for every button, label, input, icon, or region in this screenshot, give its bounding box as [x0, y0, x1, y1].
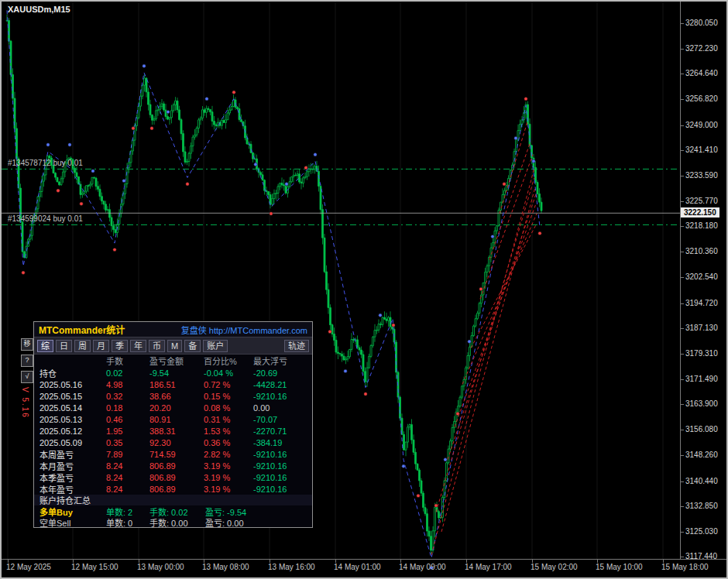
table-row: 本周盈亏7.89714.592.82 %-9210.16: [34, 448, 312, 460]
price-tick-mark: [680, 49, 684, 50]
price-tick-mark: [680, 532, 684, 533]
trajectory-line: [471, 224, 537, 348]
panel-title-bar: MTCommander统计 复盘侠 http://MTCommander.com: [34, 322, 312, 337]
price-tick-mark: [680, 506, 684, 507]
price-tick-mark: [680, 303, 684, 304]
row-label: 2025.05.15: [39, 392, 106, 401]
table-row: 2025.05.130.4680.910.31 %-70.07: [34, 413, 312, 425]
trade-marker: [503, 183, 506, 186]
trade-marker: [22, 271, 25, 274]
price-tick-mark: [680, 125, 684, 126]
trade-marker: [538, 231, 541, 235]
price-tick-label: 3210.360: [685, 247, 726, 255]
trade-marker: [150, 127, 153, 130]
trade-marker: [167, 110, 170, 113]
row-value: 0.31 %: [204, 415, 253, 424]
price-tick-mark: [680, 150, 684, 151]
trade-marker: [444, 458, 447, 461]
time-tick-label: 14 May 17:00: [465, 563, 512, 571]
trade-marker: [456, 412, 459, 415]
row-value: 20.20: [149, 403, 204, 413]
mtcommander-stats-panel: MTCommander统计 复盘侠 http://MTCommander.com…: [33, 321, 313, 528]
trade-marker: [532, 159, 535, 163]
row-value: 2.82 %: [204, 450, 253, 459]
row-value: 186.51: [149, 380, 204, 389]
panel-tab-年[interactable]: 年: [130, 340, 146, 352]
row-value: 714.59: [149, 450, 204, 459]
row-value: 38.66: [149, 392, 204, 401]
row-value: 0.32: [106, 392, 149, 401]
row-value: -9210.16: [253, 461, 312, 471]
trade-marker: [344, 369, 347, 372]
panel-tab-周[interactable]: 周: [74, 340, 91, 352]
panel-tab-账户[interactable]: 账户: [203, 340, 228, 352]
price-tick-label: 3264.640: [685, 69, 726, 77]
trade-marker: [57, 189, 60, 192]
trade-marker: [479, 287, 482, 290]
trade-marker: [434, 504, 438, 507]
trade-marker: [113, 248, 116, 251]
row-value: 80.91: [149, 415, 204, 424]
mt4-chart-window: XAUUSDm,M15 3280.0503272.2303264.6403256…: [0, 0, 728, 579]
row-value: -9210.16: [253, 473, 312, 482]
panel-tab-季[interactable]: 季: [112, 340, 128, 352]
table-row: 2025.05.090.3592.300.36 %-384.19: [34, 437, 312, 448]
time-tick-label: 15 May 02:00: [531, 563, 578, 571]
trade-marker: [524, 98, 527, 101]
table-row: 持仓0.02-9.54-0.04 %-20.69: [34, 367, 312, 379]
price-axis-separator: [680, 2, 681, 559]
panel-title: MTCommander统计: [39, 323, 125, 336]
row-value: 3.19 %: [204, 473, 253, 482]
row-label: 2025.05.12: [39, 427, 106, 436]
row-value: 8.24: [106, 461, 149, 471]
trade-marker: [491, 235, 494, 238]
trade-order-label: #134578712 buy 0.01: [8, 159, 83, 167]
trade-marker: [254, 163, 257, 166]
row-label: 本周盈亏: [39, 448, 106, 461]
row-value: 388.31: [149, 427, 204, 436]
table-row: 本月盈亏8.24806.893.19 %-9210.16: [34, 460, 312, 471]
panel-tab-轨迹[interactable]: 轨迹: [284, 340, 309, 352]
trade-marker: [232, 91, 235, 94]
row-value: 0.08 %: [204, 403, 253, 413]
panel-side-button-3[interactable]: √: [21, 371, 33, 383]
row-value: -9210.16: [253, 485, 312, 494]
price-tick-mark: [680, 455, 684, 456]
price-tick-mark: [680, 404, 684, 405]
row-value: -9210.16: [253, 450, 312, 459]
panel-tab-日[interactable]: 日: [56, 340, 72, 352]
price-tick-mark: [680, 277, 684, 278]
price-tick-label: 3148.260: [685, 451, 726, 459]
panel-side-button-2[interactable]: ?: [21, 355, 33, 367]
summary-value: 盈亏: 0.00: [205, 516, 312, 529]
panel-tab-综[interactable]: 综: [37, 340, 53, 352]
time-axis-separator: [2, 559, 726, 560]
trade-marker: [328, 330, 331, 333]
header-cell: 最大浮亏: [253, 355, 312, 367]
panel-tab-备[interactable]: 备: [184, 340, 201, 352]
panel-link[interactable]: 复盘侠 http://MTCommander.com: [181, 324, 307, 336]
trade-marker: [80, 202, 83, 205]
row-value: -2270.71: [253, 427, 312, 436]
panel-side-button-1[interactable]: 移: [21, 338, 33, 351]
trade-marker: [392, 324, 395, 327]
panel-tab-币[interactable]: 币: [149, 340, 165, 352]
trade-marker: [91, 170, 94, 173]
panel-tab-月[interactable]: 月: [93, 340, 109, 352]
price-tick-mark: [680, 226, 684, 227]
row-value: 3.19 %: [204, 485, 253, 494]
row-value: 806.89: [149, 461, 204, 471]
trade-marker: [186, 183, 189, 186]
price-tick-mark: [680, 481, 684, 482]
trajectory-line: [436, 177, 534, 512]
price-tick-mark: [680, 328, 684, 329]
time-tick-label: 14 May 01:00: [334, 563, 381, 571]
row-value: 0.72 %: [204, 380, 253, 389]
price-tick-mark: [680, 74, 684, 74]
row-value: 8.24: [106, 473, 149, 482]
price-tick-mark: [680, 430, 684, 430]
price-tick-label: 3163.900: [685, 399, 726, 408]
header-cell: 手数: [106, 355, 149, 367]
panel-tab-M[interactable]: M: [167, 340, 182, 352]
price-tick-mark: [680, 379, 684, 380]
